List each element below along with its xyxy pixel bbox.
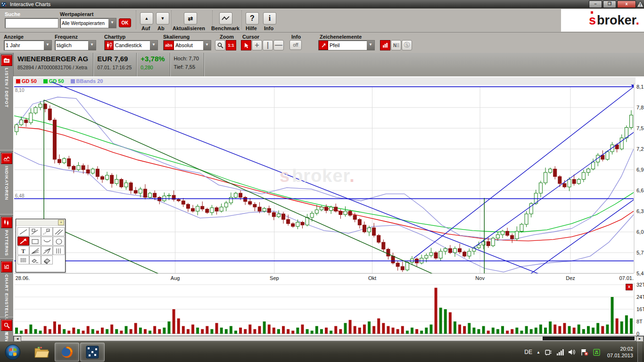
tray-expand-icon[interactable]: ▲ xyxy=(537,350,540,354)
wertpapierart-select[interactable]: Alle Wertpapierarten ▼ xyxy=(60,18,116,28)
news-button[interactable]: N xyxy=(391,40,401,50)
benchmark-label: Benchmark xyxy=(211,25,239,31)
eraser-small-tool[interactable] xyxy=(29,255,41,264)
parallel-lines-tool[interactable] xyxy=(53,227,65,236)
refresh-icon: ⇄ xyxy=(188,15,193,22)
horizontal-scrollbar[interactable]: ◄ ► xyxy=(13,336,644,341)
cursor-crosshair-button[interactable]: + xyxy=(252,40,262,50)
trend-line-tool[interactable] xyxy=(17,227,29,236)
main-chart[interactable]: GD 50GD 50BBands 20 8,17,87,57,26,96,66,… xyxy=(13,76,644,283)
frequenz-select[interactable]: täglich▼ xyxy=(55,40,96,50)
svg-text:8,1: 8,1 xyxy=(636,84,644,90)
speaker-icon[interactable] xyxy=(568,349,576,355)
rectangle-tool[interactable] xyxy=(29,237,41,246)
taskbar-item-explorer[interactable] xyxy=(29,343,54,362)
vertical-lines-tool[interactable] xyxy=(53,246,65,255)
broker-tray-icon[interactable] xyxy=(593,349,600,356)
help-button[interactable]: ? xyxy=(246,12,259,25)
svg-text:5,4: 5,4 xyxy=(636,271,644,276)
action-center-flag-icon[interactable] xyxy=(580,349,589,356)
scrollbar-thumb[interactable] xyxy=(543,337,635,340)
vline-icon: | xyxy=(267,41,269,49)
anzeige-label: Anzeige xyxy=(4,34,24,40)
speed-lines-tool[interactable] xyxy=(41,246,53,255)
chevron-down-icon[interactable]: ▼ xyxy=(44,41,51,50)
trend-line-target-tool[interactable] xyxy=(29,227,41,236)
svg-text:7,2: 7,2 xyxy=(636,146,644,152)
zeichenelemente-select[interactable]: Pfeil▼ xyxy=(318,40,375,50)
sidebar-item-patterns[interactable]: PATTERNS xyxy=(0,216,13,256)
restore-button[interactable]: ❐ xyxy=(603,0,616,8)
zoom-label: Zoom xyxy=(220,34,234,40)
skalierung-select[interactable]: abs Absolut▼ xyxy=(163,40,211,50)
network-signal-icon[interactable] xyxy=(556,349,564,355)
change-absolute: 0,280 xyxy=(140,65,165,70)
cursor-arrow-button[interactable] xyxy=(241,40,251,50)
change-percent: +3,78% xyxy=(140,55,165,63)
svg-text:6,48: 6,48 xyxy=(15,193,25,198)
chevron-down-icon[interactable]: ▼ xyxy=(88,41,96,50)
clock[interactable]: 20:02 07.01.2013 xyxy=(607,346,633,359)
down-button[interactable]: ▼ xyxy=(156,12,169,25)
arrow-draw-icon xyxy=(319,41,328,50)
ok-button[interactable]: OK xyxy=(119,18,131,27)
svg-text:0: 0 xyxy=(636,331,639,336)
trend-line-dashed-tool[interactable] xyxy=(41,227,53,236)
svg-text:6,9: 6,9 xyxy=(636,167,644,173)
s-circle-icon: Ⓢ xyxy=(404,41,410,49)
taskbar-item-charts-app[interactable] xyxy=(80,343,105,362)
cursor-vline-button[interactable]: | xyxy=(263,40,273,50)
vertical-lines-icon xyxy=(54,247,64,255)
chevron-down-icon[interactable]: ▼ xyxy=(367,41,374,50)
svg-text:8,10: 8,10 xyxy=(15,88,25,93)
chevron-down-icon[interactable]: ▼ xyxy=(108,18,116,28)
chevron-down-icon[interactable]: ▼ xyxy=(150,41,157,50)
refresh-button[interactable]: ⇄ xyxy=(184,12,197,25)
price: EUR 7,69 xyxy=(97,55,132,63)
start-button[interactable] xyxy=(0,343,25,362)
fan-lines-tool[interactable] xyxy=(29,246,41,255)
svg-text:5,7: 5,7 xyxy=(636,250,644,255)
ellipse-tool[interactable] xyxy=(53,237,65,246)
search-input[interactable] xyxy=(5,18,58,28)
volume-pane: 32T24T16T8T0 x xyxy=(13,283,644,336)
sidebar-item-listen-depot[interactable]: LISTEN / DEPOT xyxy=(0,54,13,108)
taskbar-item-firefox[interactable] xyxy=(55,343,79,362)
eraser-tool[interactable] xyxy=(41,255,53,264)
eraser-icon xyxy=(42,256,52,264)
text-tool[interactable]: T xyxy=(17,246,29,255)
skalierung-label: Skalierung xyxy=(163,34,190,40)
up-button-label: Auf xyxy=(141,25,150,31)
power-plug-icon[interactable] xyxy=(545,348,552,356)
day-low: Tief: 7,55 xyxy=(174,64,199,70)
speed-lines-icon xyxy=(42,247,52,255)
grid-tool[interactable] xyxy=(17,255,29,264)
svg-text:32T: 32T xyxy=(636,283,644,288)
up-button[interactable]: ▲ xyxy=(140,12,153,25)
arc-tool[interactable] xyxy=(41,237,53,246)
zoom-1to1-button[interactable]: 1:1 xyxy=(226,40,236,50)
chevron-down-icon[interactable]: ▼ xyxy=(203,41,211,50)
minimize-button[interactable]: – xyxy=(589,0,602,8)
splits-button[interactable]: Ⓢ xyxy=(402,40,412,50)
drawing-tools-palette[interactable]: × T xyxy=(16,219,66,272)
anzeige-select[interactable]: 1 Jahr▼ xyxy=(4,40,52,50)
palette-titlebar[interactable]: × xyxy=(16,219,65,226)
volume-close-button[interactable]: x xyxy=(626,284,633,290)
cursor-hline-button[interactable]: — xyxy=(273,40,284,50)
sidebar-item-indikatoren[interactable]: INDIKATOREN xyxy=(0,152,13,200)
language-indicator[interactable]: DE xyxy=(524,349,532,355)
info-label: Info xyxy=(264,25,273,31)
benchmark-button[interactable] xyxy=(219,12,232,25)
info-off-button[interactable]: off xyxy=(289,40,302,50)
close-button[interactable]: x xyxy=(617,0,636,8)
zoom-button[interactable] xyxy=(215,40,225,50)
palette-close-icon[interactable]: × xyxy=(58,220,64,225)
down-button-label: Ab xyxy=(157,25,165,31)
show-desktop-button[interactable] xyxy=(637,342,642,362)
help-label: Hilfe xyxy=(246,25,257,31)
charttyp-select[interactable]: Candlestick▼ xyxy=(104,40,158,50)
arrow-tool[interactable] xyxy=(17,237,29,246)
volume-toggle-button[interactable] xyxy=(380,40,390,50)
info-button[interactable]: i xyxy=(263,12,276,25)
